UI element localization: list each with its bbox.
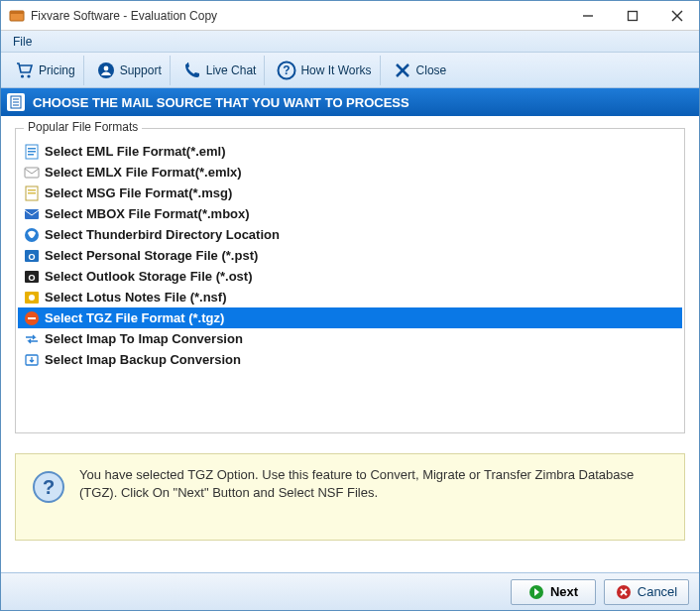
maximize-button[interactable] (610, 1, 654, 30)
svg-rect-1 (10, 11, 24, 14)
toolbar-livechat-button[interactable]: Live Chat (175, 56, 266, 85)
question-icon: ? (277, 61, 296, 80)
format-item-nsf[interactable]: Select Lotus Notes File (*.nsf) (18, 287, 682, 307)
mbox-file-icon (24, 206, 40, 222)
format-item-label: Select Lotus Notes File (*.nsf) (45, 290, 226, 305)
toolbar-pricing-label: Pricing (39, 63, 75, 77)
titlebar: Fixvare Software - Evaluation Copy (1, 1, 699, 31)
formats-groupbox: Popular File Formats Select EML File For… (15, 128, 685, 433)
next-button[interactable]: Next (511, 579, 596, 605)
svg-rect-19 (28, 148, 36, 150)
svg-text:O: O (28, 273, 35, 283)
minimize-button[interactable] (565, 1, 610, 30)
format-list: Select EML File Format(*.eml) Select EML… (18, 141, 682, 370)
outlook-ost-icon: O (24, 269, 40, 285)
format-item-label: Select EML File Format(*.eml) (45, 144, 226, 159)
toolbar-close-label: Close (416, 63, 447, 77)
format-item-label: Select Thunderbird Directory Location (45, 227, 280, 242)
toolbar-pricing-button[interactable]: Pricing (7, 56, 84, 85)
svg-point-9 (103, 65, 108, 70)
menubar: File (1, 31, 699, 53)
format-item-label: Select Imap To Imap Conversion (45, 331, 243, 346)
format-item-thunderbird[interactable]: Select Thunderbird Directory Location (18, 224, 682, 245)
info-text: You have selected TGZ Option. Use this f… (79, 464, 668, 501)
cancel-button[interactable]: Cancel (604, 579, 689, 605)
svg-rect-21 (28, 154, 34, 156)
info-panel: ? You have selected TGZ Option. Use this… (15, 453, 685, 541)
window-controls (565, 1, 699, 30)
next-arrow-icon (528, 584, 544, 600)
phone-icon (182, 61, 202, 80)
main-panel: Popular File Formats Select EML File For… (1, 116, 699, 433)
svg-rect-3 (628, 11, 637, 20)
zimbra-tgz-icon (24, 310, 40, 326)
eml-file-icon (24, 144, 40, 160)
toolbar: Pricing Support Live Chat ? How It Works… (1, 53, 699, 88)
toolbar-howitworks-label: How It Works (300, 63, 371, 77)
format-item-imap-to-imap[interactable]: Select Imap To Imap Conversion (18, 328, 682, 349)
menu-file[interactable]: File (5, 33, 40, 51)
format-item-pst[interactable]: O Select Personal Storage File (*.pst) (18, 245, 682, 266)
format-item-eml[interactable]: Select EML File Format(*.eml) (18, 141, 682, 162)
page-header-title: CHOOSE THE MAIL SOURCE THAT YOU WANT TO … (33, 95, 409, 110)
toolbar-livechat-label: Live Chat (206, 63, 257, 77)
thunderbird-icon (24, 227, 40, 243)
cart-icon (15, 61, 35, 80)
headset-icon (96, 61, 116, 80)
toolbar-howitworks-button[interactable]: ? How It Works (269, 56, 380, 85)
footer: Next Cancel (1, 572, 699, 610)
outlook-pst-icon: O (24, 248, 40, 264)
format-item-label: Select EMLX File Format(*.emlx) (45, 165, 242, 180)
svg-point-33 (29, 295, 35, 301)
emlx-file-icon (24, 165, 40, 181)
toolbar-support-button[interactable]: Support (88, 56, 171, 85)
header-doc-icon (7, 93, 25, 111)
svg-point-7 (27, 74, 30, 77)
format-item-label: Select Outlook Storage File (*.ost) (45, 269, 252, 284)
toolbar-support-label: Support (120, 63, 162, 77)
toolbar-close-button[interactable]: Close (385, 56, 455, 85)
formats-legend: Popular File Formats (24, 120, 142, 134)
format-item-label: Select Imap Backup Conversion (45, 352, 241, 367)
format-item-label: Select MBOX File Format(*.mbox) (45, 206, 250, 221)
format-item-mbox[interactable]: Select MBOX File Format(*.mbox) (18, 203, 682, 224)
imap-transfer-icon (24, 331, 40, 347)
format-item-imap-backup[interactable]: Select Imap Backup Conversion (18, 349, 682, 370)
app-icon (9, 8, 25, 24)
format-item-msg[interactable]: Select MSG File Format(*.msg) (18, 183, 682, 203)
svg-text:?: ? (43, 476, 55, 498)
format-item-label: Select MSG File Format(*.msg) (45, 185, 232, 200)
svg-point-6 (21, 74, 24, 77)
cancel-button-label: Cancel (638, 584, 677, 599)
format-item-label: Select TGZ File Format (*.tgz) (45, 310, 224, 325)
close-icon (393, 61, 412, 80)
svg-rect-25 (28, 192, 36, 194)
cancel-x-icon (616, 584, 632, 600)
info-question-icon: ? (32, 470, 65, 504)
svg-text:?: ? (284, 63, 291, 77)
svg-rect-24 (28, 189, 36, 191)
format-item-emlx[interactable]: Select EMLX File Format(*.emlx) (18, 162, 682, 183)
msg-file-icon (24, 185, 40, 201)
lotus-notes-icon (24, 290, 40, 306)
svg-rect-35 (28, 317, 36, 319)
format-item-label: Select Personal Storage File (*.pst) (45, 248, 258, 263)
imap-backup-icon (24, 352, 40, 368)
format-item-tgz[interactable]: Select TGZ File Format (*.tgz) (18, 307, 682, 328)
next-button-label: Next (550, 584, 578, 599)
close-window-button[interactable] (654, 1, 699, 30)
format-item-ost[interactable]: O Select Outlook Storage File (*.ost) (18, 266, 682, 287)
svg-rect-22 (25, 168, 39, 178)
window-title: Fixvare Software - Evaluation Copy (31, 9, 565, 23)
page-header: CHOOSE THE MAIL SOURCE THAT YOU WANT TO … (1, 88, 699, 116)
svg-rect-20 (28, 151, 36, 153)
svg-text:O: O (28, 252, 35, 262)
svg-rect-26 (25, 209, 39, 219)
